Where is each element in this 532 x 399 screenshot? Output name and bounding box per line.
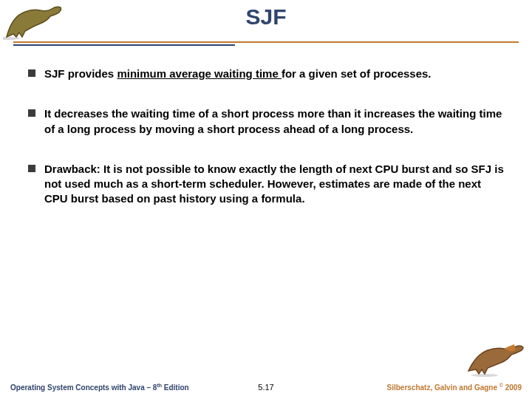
bullet-underlined: minimum average waiting time bbox=[117, 67, 282, 80]
bullet-square-icon bbox=[28, 165, 35, 172]
bullet-text: It decreases the waiting time of a short… bbox=[44, 106, 507, 137]
bullet-pre: SJF provides bbox=[44, 67, 117, 80]
svg-point-1 bbox=[471, 374, 498, 377]
bullet-square-icon bbox=[28, 109, 35, 117]
footer-right-b: 2009 bbox=[503, 383, 522, 392]
footer-left-a: Operating System Concepts with Java – 8 bbox=[10, 383, 157, 392]
bullet-pre: Drawback: It is not possible to know exa… bbox=[44, 163, 504, 205]
slide-content: SJF provides minimum average waiting tim… bbox=[28, 66, 507, 232]
divider-line-blue bbox=[13, 44, 235, 46]
bullet-text: SJF provides minimum average waiting tim… bbox=[44, 66, 507, 81]
footer-left-b: Edition bbox=[162, 383, 189, 392]
bullet-square-icon bbox=[28, 69, 35, 77]
slide: SJF SJF provides minimum average waiting… bbox=[0, 0, 532, 399]
bullet-post: for a given set of processes. bbox=[282, 67, 432, 80]
bullet-item: Drawback: It is not possible to know exa… bbox=[28, 162, 507, 207]
footer-right-a: Silberschatz, Galvin and Gagne bbox=[387, 383, 499, 392]
footer-left: Operating System Concepts with Java – 8t… bbox=[10, 383, 189, 392]
dinosaur-bottom-image bbox=[463, 341, 528, 378]
footer-page-number: 5.17 bbox=[258, 383, 273, 392]
bullet-item: It decreases the waiting time of a short… bbox=[28, 106, 507, 137]
divider-line-orange bbox=[13, 41, 519, 43]
bullet-pre: It decreases the waiting time of a short… bbox=[44, 107, 502, 134]
slide-title: SJF bbox=[0, 4, 532, 30]
bullet-text: Drawback: It is not possible to know exa… bbox=[44, 162, 507, 207]
slide-footer: Operating System Concepts with Java – 8t… bbox=[10, 383, 522, 392]
footer-right: Silberschatz, Galvin and Gagne © 2009 bbox=[387, 383, 522, 392]
bullet-item: SJF provides minimum average waiting tim… bbox=[28, 66, 507, 81]
svg-point-0 bbox=[3, 37, 20, 40]
